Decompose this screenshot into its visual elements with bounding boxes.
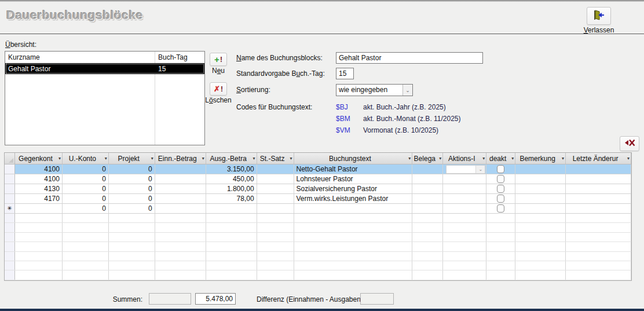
grid-cell-einn_betrag[interactable] — [155, 204, 206, 213]
grid-cell-st_satz[interactable] — [257, 164, 294, 174]
column-header-projekt[interactable]: Projekt▾ — [109, 153, 155, 164]
grid-cell-einn_betrag[interactable] — [155, 174, 206, 184]
column-header-einn_betrag[interactable]: Einn.-Betrag▾ — [155, 153, 206, 164]
grid-cell-gegenkonto[interactable] — [15, 204, 63, 213]
column-header-beleg[interactable]: Belega▾ — [412, 153, 443, 164]
row-selector[interactable] — [5, 270, 15, 279]
column-header-deakt[interactable]: deakt▾ — [486, 153, 515, 164]
grid-cell-deakt[interactable] — [486, 184, 515, 193]
row-selector[interactable] — [5, 174, 15, 184]
dropdown-arrow-icon[interactable]: ▾ — [151, 156, 153, 161]
row-selector[interactable] — [5, 242, 15, 251]
grid-cell-gegenkonto[interactable]: 4130 — [15, 184, 63, 193]
grid-cell-einn_betrag[interactable] — [155, 184, 206, 193]
grid-cell-st_satz[interactable] — [257, 184, 294, 193]
grid-cell-u_konto[interactable]: 0 — [63, 184, 109, 193]
grid-cell-letzte_aenderung[interactable] — [566, 194, 631, 203]
loeschen-button[interactable]: ✗! — [210, 82, 227, 96]
row-selector[interactable] — [5, 252, 15, 261]
grid-cell-einn_betrag[interactable] — [155, 194, 206, 203]
row-selector[interactable] — [5, 261, 15, 270]
grid-cell-deakt[interactable] — [486, 164, 515, 174]
row-selector[interactable] — [5, 233, 15, 242]
grid-cell-beleg[interactable] — [412, 204, 443, 213]
column-header-aktions[interactable]: Aktions-I▾ — [443, 153, 486, 164]
column-header-u_konto[interactable]: U.-Konto▾ — [63, 153, 109, 164]
grid-cell-bemerkung[interactable] — [515, 184, 566, 193]
dropdown-arrow-icon[interactable]: ▾ — [58, 156, 61, 161]
dropdown-arrow-icon[interactable]: ▾ — [202, 156, 204, 161]
grid-cell-einn_betrag[interactable] — [155, 164, 206, 174]
grid-cell-deakt[interactable] — [486, 174, 515, 184]
dropdown-arrow-icon[interactable]: ▾ — [105, 156, 107, 161]
grid-cell-beleg[interactable] — [412, 184, 443, 193]
grid-cell-projekt[interactable]: 0 — [109, 194, 155, 203]
clear-rows-button[interactable] — [620, 136, 639, 151]
column-header-letzte_aenderung[interactable]: Letzte Änderur▾ — [566, 153, 631, 164]
grid-cell-bemerkung[interactable] — [515, 204, 566, 213]
deakt-checkbox[interactable] — [497, 185, 504, 193]
row-selector[interactable] — [5, 184, 15, 193]
grid-cell-bemerkung[interactable] — [515, 174, 566, 184]
grid-cell-buchungstext[interactable]: Sozialversicherung Pastor — [294, 184, 413, 193]
deakt-checkbox[interactable] — [497, 175, 504, 183]
overview-list-item[interactable]: Gehalt Pastor 15 — [5, 63, 204, 74]
grid-cell-gegenkonto[interactable]: 4100 — [15, 174, 63, 184]
grid-cell-u_konto[interactable]: 0 — [63, 164, 109, 174]
chevron-down-icon[interactable]: ⌄ — [475, 166, 485, 173]
grid-cell-ausg_betrag[interactable]: 1.800,00 — [206, 184, 257, 193]
grid-selector-header[interactable] — [5, 153, 15, 164]
grid-cell-deakt[interactable] — [486, 204, 515, 213]
grid-cell-bemerkung[interactable] — [515, 164, 566, 174]
grid-cell-aktions[interactable] — [443, 194, 486, 203]
grid-cell-ausg_betrag[interactable]: 3.150,00 — [206, 164, 257, 174]
name-input[interactable]: Gehalt Pastor — [336, 52, 483, 64]
column-header-buchungstext[interactable]: Buchungstext▾ — [294, 153, 413, 164]
grid-cell-buchungstext[interactable]: Verm.wirks.Leistungen Pastor — [294, 194, 413, 203]
grid-cell-buchungstext[interactable] — [294, 204, 413, 213]
row-selector[interactable] — [5, 223, 15, 232]
neu-button[interactable]: +! — [210, 53, 227, 66]
grid-cell-aktions[interactable]: ⌄ — [443, 164, 486, 174]
dropdown-arrow-icon[interactable]: ▾ — [253, 156, 255, 161]
column-header-bemerkung[interactable]: Bemerkung▾ — [515, 153, 566, 164]
overview-list[interactable]: Kurzname Buch-Tag Gehalt Pastor 15 — [5, 51, 205, 145]
grid-cell-gegenkonto[interactable]: 4170 — [15, 194, 63, 203]
grid-cell-buchungstext[interactable]: Netto-Gehalt Pastor — [294, 164, 413, 174]
buchtag-input[interactable]: 15 — [336, 68, 354, 79]
column-header-gegenkonto[interactable]: Gegenkont▾ — [15, 153, 63, 164]
grid-cell-bemerkung[interactable] — [515, 194, 566, 203]
row-selector[interactable] — [5, 214, 15, 222]
dropdown-arrow-icon[interactable]: ▾ — [511, 156, 514, 161]
dropdown-arrow-icon[interactable]: ▾ — [562, 156, 564, 161]
chevron-down-icon[interactable]: ⌄ — [402, 85, 412, 96]
grid-cell-letzte_aenderung[interactable] — [566, 164, 631, 174]
grid-cell-st_satz[interactable] — [257, 204, 294, 213]
grid-cell-aktions[interactable] — [443, 174, 486, 184]
grid-cell-beleg[interactable] — [412, 174, 443, 184]
grid-cell-projekt[interactable]: 0 — [109, 174, 155, 184]
grid-cell-gegenkonto[interactable]: 4100 — [15, 164, 63, 174]
grid-cell-st_satz[interactable] — [257, 194, 294, 203]
grid-cell-letzte_aenderung[interactable] — [566, 174, 631, 184]
grid-cell-aktions[interactable] — [443, 204, 486, 213]
dropdown-arrow-icon[interactable]: ▾ — [627, 156, 630, 161]
grid-cell-projekt[interactable]: 0 — [109, 184, 155, 193]
dropdown-arrow-icon[interactable]: ▾ — [482, 156, 485, 161]
grid-cell-ausg_betrag[interactable] — [206, 204, 257, 213]
row-selector[interactable] — [5, 194, 15, 203]
column-header-st_satz[interactable]: St.-Satz▾ — [257, 153, 294, 164]
grid-cell-aktions[interactable] — [443, 184, 486, 193]
deakt-checkbox[interactable] — [497, 204, 504, 213]
dropdown-arrow-icon[interactable]: ▾ — [408, 156, 411, 161]
column-header-ausg_betrag[interactable]: Ausg.-Betra▾ — [206, 153, 257, 164]
grid-cell-u_konto[interactable]: 0 — [63, 204, 109, 213]
grid-cell-letzte_aenderung[interactable] — [566, 204, 631, 213]
grid-cell-projekt[interactable]: 0 — [109, 204, 155, 213]
verlassen-button[interactable] — [587, 7, 611, 25]
grid-cell-letzte_aenderung[interactable] — [566, 184, 631, 193]
row-selector[interactable]: ✳ — [5, 204, 15, 213]
grid-cell-beleg[interactable] — [412, 164, 443, 174]
deakt-checkbox[interactable] — [497, 165, 504, 173]
grid-cell-projekt[interactable]: 0 — [109, 164, 155, 174]
